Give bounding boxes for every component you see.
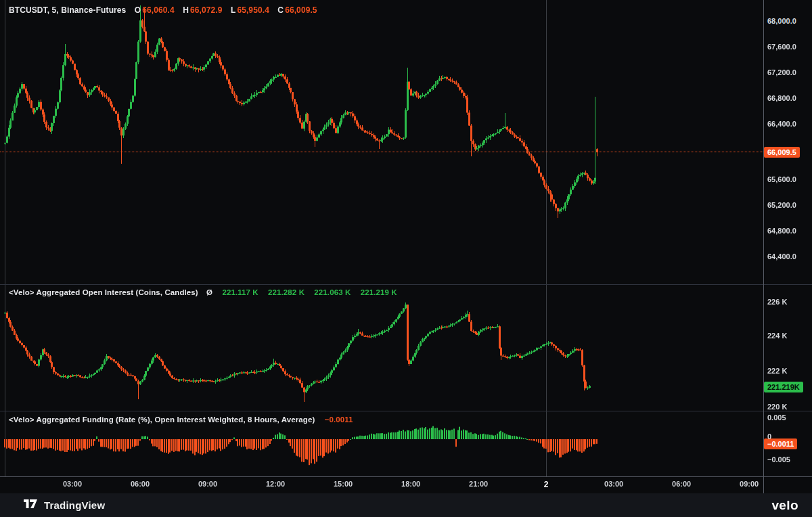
funding-current-value: −0.0011 <box>323 415 353 424</box>
current-price-badge: 66,009.5 <box>764 147 800 158</box>
ohlc-high: H66,072.9 <box>183 5 222 15</box>
funding-axis-label: 0 <box>767 432 771 441</box>
chart-canvas[interactable] <box>0 0 763 477</box>
footer-bar: TradingView velo <box>0 493 812 517</box>
symbol-title[interactable]: BTCUSDT, 5, Binance-Futures <box>9 5 126 15</box>
current-oi-badge: 221.219K <box>764 382 803 392</box>
current-price-line <box>0 152 763 152</box>
pane-divider-price-oi[interactable] <box>0 284 812 285</box>
tradingview-chart-window: BTCUSDT, 5, Binance-Futures O66,060.4 H6… <box>0 0 812 517</box>
funding-indicator-title[interactable]: <Velo> Aggregated Funding (Rate (%), Ope… <box>9 415 315 424</box>
time-axis-label: 03:00 <box>63 480 82 488</box>
price-scale-separator <box>763 0 764 493</box>
oi-axis-label: 226 K <box>767 297 787 307</box>
price-axis-label: 64,800.0 <box>767 226 796 235</box>
funding-pane-legend: <Velo> Aggregated Funding (Rate (%), Ope… <box>9 415 353 424</box>
oi-close-value: 221.219 K <box>359 288 397 296</box>
price-axis-label: 64,400.0 <box>767 252 796 261</box>
time-axis-label: 18:00 <box>401 480 420 488</box>
ohlc-low: L65,950.4 <box>231 5 269 15</box>
funding-axis-label: 0.005 <box>767 413 786 422</box>
time-axis-label: 15:00 <box>334 480 353 488</box>
time-axis-label: 06:00 <box>672 480 691 488</box>
oi-high-value: 221.282 K <box>267 288 304 296</box>
time-axis-label: 21:00 <box>469 480 488 488</box>
oi-axis-label: 222 K <box>767 366 787 376</box>
velo-logo[interactable]: velo <box>771 498 798 513</box>
time-axis-label: 12:00 <box>266 480 285 488</box>
price-axis-label: 65,200.0 <box>767 200 796 210</box>
pane-divider-oi-funding[interactable] <box>0 411 812 411</box>
price-axis-label: 65,600.0 <box>767 175 796 184</box>
price-axis-label: 66,800.0 <box>767 93 796 103</box>
oi-low-value: 221.063 K <box>313 288 351 296</box>
time-axis-label: 06:00 <box>131 480 150 488</box>
ohlc-open: O66,060.4 <box>135 5 175 15</box>
time-axis-label: 2 <box>544 480 549 489</box>
time-axis[interactable]: 03:0006:0009:0012:0015:0018:0021:00203:0… <box>0 477 763 493</box>
tradingview-logo-text: TradingView <box>44 499 105 511</box>
tradingview-brand[interactable]: TradingView <box>23 499 105 512</box>
oi-axis-label: 224 K <box>767 331 787 340</box>
price-axis-label: 67,200.0 <box>767 68 796 77</box>
average-symbol: Ø <box>206 288 212 296</box>
oi-axis-label: 220 K <box>767 402 787 411</box>
time-axis-label: 09:00 <box>198 480 217 488</box>
price-pane-legend: BTCUSDT, 5, Binance-Futures O66,060.4 H6… <box>9 5 317 15</box>
open-interest-indicator-title[interactable]: <Velo> Aggregated Open Interest (Coins, … <box>9 288 198 296</box>
price-axis-label: 68,000.0 <box>767 16 796 26</box>
tradingview-logo-icon <box>23 499 38 512</box>
oi-open-value: 221.117 K <box>221 288 258 296</box>
funding-axis-label: −0.005 <box>767 455 790 464</box>
ohlc-close: C66,009.5 <box>277 5 317 15</box>
price-axis-label: 67,600.0 <box>767 42 796 51</box>
price-axis-label: 66,400.0 <box>767 119 796 129</box>
time-axis-label: 03:00 <box>604 480 623 488</box>
time-axis-label: 09:00 <box>740 480 759 488</box>
open-interest-pane-legend: <Velo> Aggregated Open Interest (Coins, … <box>9 288 397 296</box>
